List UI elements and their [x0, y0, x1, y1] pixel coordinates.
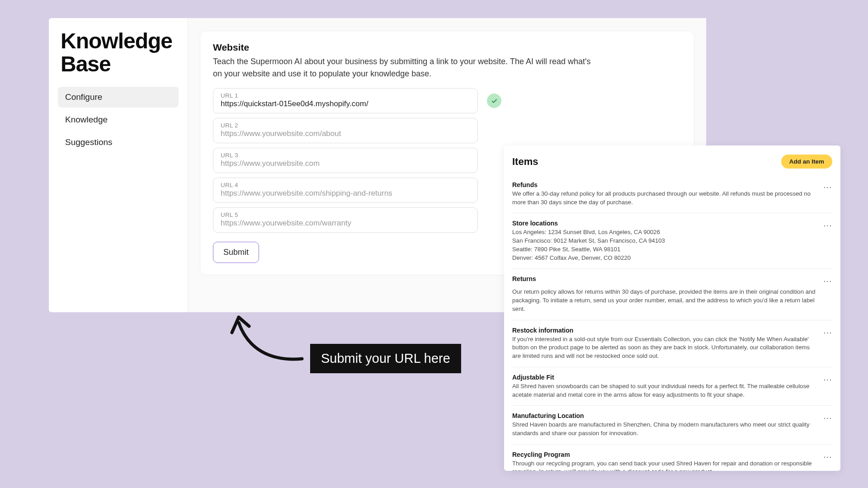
- url-label: URL 5: [221, 211, 470, 218]
- item-description: If you're interested in a sold-out style…: [512, 335, 818, 361]
- item-title: Refunds: [512, 181, 818, 188]
- more-icon[interactable]: ···: [823, 327, 832, 361]
- item-row: Returns Our return policy allows for ret…: [512, 269, 832, 320]
- url-input-1[interactable]: [221, 99, 470, 108]
- item-description: Shred Haven boards are manufactured in S…: [512, 421, 818, 437]
- url-input-2[interactable]: [221, 129, 470, 138]
- sidebar-item-knowledge[interactable]: Knowledge: [58, 109, 179, 130]
- url-label: URL 1: [221, 92, 470, 99]
- callout-label: Submit your URL here: [310, 344, 461, 373]
- url-input-3[interactable]: [221, 159, 470, 168]
- sidebar-item-configure[interactable]: Configure: [58, 87, 179, 108]
- item-title: Store locations: [512, 220, 818, 227]
- item-description: Los Angeles: 1234 Sunset Blvd, Los Angel…: [512, 228, 818, 262]
- item-row: Store locations Los Angeles: 1234 Sunset…: [512, 213, 832, 269]
- item-description: Through our recycling program, you can s…: [512, 460, 818, 471]
- sidebar-item-suggestions[interactable]: Suggestions: [58, 132, 179, 153]
- url-input-5[interactable]: [221, 219, 470, 228]
- more-icon[interactable]: ···: [823, 181, 832, 206]
- item-row: Restock information If you're interested…: [512, 320, 832, 367]
- more-icon[interactable]: ···: [823, 412, 832, 437]
- sidebar: Knowledge Base Configure Knowledge Sugge…: [49, 18, 188, 312]
- url-field-1[interactable]: URL 1: [213, 88, 478, 113]
- item-title: Recycling Program: [512, 451, 818, 458]
- url-label: URL 4: [221, 182, 470, 188]
- items-header: Items Add an Item: [504, 145, 840, 175]
- url-row-1: URL 1: [213, 88, 681, 113]
- page-title: Knowledge Base: [61, 30, 179, 76]
- item-title: Adjustable Fit: [512, 374, 818, 381]
- more-icon[interactable]: ···: [823, 451, 832, 471]
- sidebar-nav: Configure Knowledge Suggestions: [58, 87, 179, 153]
- url-field-4[interactable]: URL 4: [213, 178, 478, 203]
- url-field-2[interactable]: URL 2: [213, 118, 478, 143]
- item-description: Our return policy allows for returns wit…: [512, 288, 818, 313]
- item-row: Refunds We offer a 30-day refund policy …: [512, 175, 832, 213]
- items-panel: Items Add an Item Refunds We offer a 30-…: [504, 145, 840, 471]
- item-row: Recycling Program Through our recycling …: [512, 445, 832, 471]
- items-title: Items: [512, 156, 538, 168]
- url-label: URL 2: [221, 122, 470, 129]
- website-section-title: Website: [213, 42, 681, 53]
- submit-button[interactable]: Submit: [213, 242, 259, 263]
- item-title: Restock information: [512, 327, 818, 334]
- url-field-5[interactable]: URL 5: [213, 207, 478, 233]
- item-description: All Shred haven snowboards can be shaped…: [512, 382, 818, 399]
- item-description: We offer a 30-day refund policy for all …: [512, 190, 818, 206]
- items-list: Refunds We offer a 30-day refund policy …: [504, 175, 840, 471]
- url-input-4[interactable]: [221, 189, 470, 198]
- more-icon[interactable]: ···: [823, 374, 832, 399]
- website-section-description: Teach the Supermoon AI about your busine…: [213, 56, 597, 80]
- item-row: Adjustable Fit All Shred haven snowboard…: [512, 367, 832, 406]
- url-field-3[interactable]: URL 3: [213, 148, 478, 173]
- item-title: Returns: [512, 275, 818, 282]
- more-icon[interactable]: ···: [823, 275, 832, 313]
- item-row: Manufacturing Location Shred Haven board…: [512, 406, 832, 444]
- item-title: Manufacturing Location: [512, 412, 818, 419]
- add-item-button[interactable]: Add an Item: [781, 155, 832, 169]
- status-check-icon: [487, 94, 501, 108]
- more-icon[interactable]: ···: [823, 220, 832, 262]
- url-row-2: URL 2: [213, 118, 681, 143]
- url-label: URL 3: [221, 152, 470, 159]
- arrow-icon: [227, 314, 304, 363]
